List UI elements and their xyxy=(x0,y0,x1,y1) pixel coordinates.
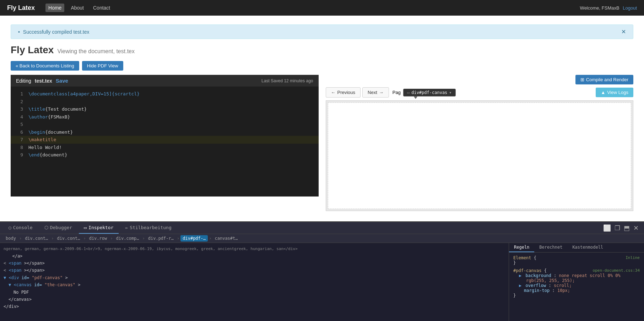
devtools-style-panel: Regeln Berechnet Kastenmodell Element { … xyxy=(509,243,644,321)
code-line-5: 5 xyxy=(11,121,319,128)
previous-page-button[interactable]: ← ← Previous Previous xyxy=(326,87,361,98)
alert-banner: • Successfully compiled test.tex ✕ xyxy=(11,24,633,39)
css-prop-margin-top: margin-top : 10px; xyxy=(513,288,640,293)
css-rule-pdf-canvas: #pdf-canvas { open-document.css:34 ▶ bac… xyxy=(513,268,640,298)
alert-close-button[interactable]: ✕ xyxy=(621,28,626,35)
breadcrumb-body[interactable]: body xyxy=(4,235,18,242)
html-line-4: < <span ></span> xyxy=(4,267,505,274)
code-line-2: 2 xyxy=(11,98,319,106)
debugger-icon: ⬡ xyxy=(44,225,48,230)
compile-render-button[interactable]: ⊞ ⊞ Compile and Render Compile and Rende… xyxy=(575,75,633,84)
debugger-label: Debugger xyxy=(50,225,72,230)
editor-filename: test.tex xyxy=(35,78,52,84)
devtools-html-panel: ngerman, german, german-x-2009-06-1<br/>… xyxy=(0,243,509,321)
styles-icon: ✏ xyxy=(125,225,128,230)
console-label: Console xyxy=(13,225,33,230)
navbar-brand[interactable]: Fly Latex xyxy=(7,4,35,12)
html-line-3: < <span ></span> xyxy=(4,260,505,267)
inspector-label: Inspektor xyxy=(88,225,113,230)
alert-message: • Successfully compiled test.tex xyxy=(18,29,90,35)
styles-label: Stilbearbeitung xyxy=(130,225,171,230)
logs-icon: ▲ xyxy=(601,90,605,95)
alert-text: Successfully compiled test.tex xyxy=(23,29,90,35)
main-content: • Successfully compiled test.tex ✕ Fly L… xyxy=(0,16,644,221)
welcome-text: Welcome, xyxy=(580,5,602,11)
compile-btn-area: ⊞ ⊞ Compile and Render Compile and Rende… xyxy=(326,75,634,84)
page-subtitle: Viewing the document, test.tex xyxy=(57,48,135,55)
breadcrumb-div-pdf-r[interactable]: div.pdf-r… xyxy=(146,235,176,242)
css-prop-overflow: ▶ overflow : scroll; xyxy=(513,283,640,288)
navbar-nav: Home About Contact xyxy=(45,4,580,12)
editor-column: Editing test.tex Save Last Saved 12 minu… xyxy=(11,75,319,211)
page-heading: Fly Latex Viewing the document, test.tex xyxy=(11,44,633,56)
devtools-panel: ○ Console ⬡ Debugger ▭ Inspektor ✏ Stilb… xyxy=(0,221,644,321)
hide-pdf-button[interactable]: Hide PDF View xyxy=(82,61,123,71)
code-line-6: 6 \begin{document} xyxy=(11,128,319,136)
html-line-5: ▼ <div id= "pdf-canvas" > xyxy=(4,274,505,281)
devtools-undock-button[interactable]: ❐ xyxy=(615,224,620,232)
nav-link-contact[interactable]: Contact xyxy=(90,4,113,12)
devtools-tabs: ○ Console ⬡ Debugger ▭ Inspektor ✏ Stilb… xyxy=(0,222,644,234)
navbar-right: Welcome, FSMaxB Logout xyxy=(580,5,637,11)
code-line-7: 7 \maketitle xyxy=(11,136,319,144)
html-line-6: ▼ <canvas id= "the-canvas" > xyxy=(4,281,505,288)
breadcrumb-bar: body › div.cont… › div.cont… › div.row ›… xyxy=(0,234,644,243)
pdf-canvas xyxy=(328,103,632,209)
nav-link-home[interactable]: Home xyxy=(45,4,64,12)
html-line-7: No PDF xyxy=(4,289,505,296)
save-link[interactable]: Save xyxy=(56,78,68,84)
devtools-close-button[interactable]: ⬜ xyxy=(603,224,611,232)
arrow-left-icon: ← xyxy=(331,90,336,95)
html-line-2: </a> xyxy=(4,253,505,260)
navbar-username: FSMaxB xyxy=(602,5,619,11)
style-panel-content: Element { Inline } #pdf-canvas { open-do… xyxy=(509,253,644,321)
compile-icon: ⊞ xyxy=(580,77,584,82)
breadcrumb-div-comp[interactable]: div.comp… xyxy=(114,235,141,242)
devtools-tab-console[interactable]: ○ Console xyxy=(4,222,38,234)
pdf-column: ⊞ ⊞ Compile and Render Compile and Rende… xyxy=(326,75,634,211)
tooltip-caret: ▾ xyxy=(449,90,451,95)
nav-link-about[interactable]: About xyxy=(68,4,87,12)
view-logs-button[interactable]: ▲ View Logs xyxy=(596,88,633,97)
navbar: Fly Latex Home About Contact Welcome, FS… xyxy=(0,0,644,16)
code-line-4: 4 \author{FSMaxB} xyxy=(11,113,319,121)
top-button-row: « Back to Documents Listing Hide PDF Vie… xyxy=(11,61,633,71)
style-tab-kastenmodell[interactable]: Kastenmodell xyxy=(567,243,608,252)
devtools-tab-inspector[interactable]: ▭ Inspektor xyxy=(79,222,118,234)
next-page-button[interactable]: Next → xyxy=(362,87,389,98)
style-tab-berechnet[interactable]: Berechnet xyxy=(534,243,567,252)
inspector-icon: ▭ xyxy=(84,225,87,230)
devtools-tab-styles[interactable]: ✏ Stilbearbeitung xyxy=(120,222,177,234)
arrow-right-icon: → xyxy=(379,90,384,95)
tooltip-text: div#pdf-canvas xyxy=(411,90,447,95)
css-rule-element: Element { Inline } xyxy=(513,255,640,265)
back-to-listing-button[interactable]: « Back to Documents Listing xyxy=(11,61,79,71)
style-panel-tabs: Regeln Berechnet Kastenmodell xyxy=(509,243,644,253)
code-line-9: 9 \end{document} xyxy=(11,151,319,159)
style-tab-regeln[interactable]: Regeln xyxy=(509,243,534,252)
html-line-1: ngerman, german, german-x-2009-06-1<br/>… xyxy=(4,246,505,253)
two-col-layout: Editing test.tex Save Last Saved 12 minu… xyxy=(11,75,633,211)
page-text: Pag xyxy=(391,90,401,95)
tooltip-icon: ▭ xyxy=(407,90,410,95)
page-title: Fly Latex xyxy=(11,44,54,56)
editing-prefix: Editing xyxy=(16,78,31,84)
html-line-9: </div> xyxy=(4,303,505,310)
code-line-1: 1 \documentclass[a4paper,DIV=15]{scrartc… xyxy=(11,90,319,98)
breadcrumb-div-cont2[interactable]: div.cont… xyxy=(55,235,82,242)
breadcrumb-div-cont1[interactable]: div.cont… xyxy=(23,235,50,242)
breadcrumb-div-row[interactable]: div.row xyxy=(87,235,109,242)
pdf-canvas-area xyxy=(326,100,634,211)
devtools-x-button[interactable]: ✕ xyxy=(633,224,639,232)
element-tooltip: ▭ div#pdf-canvas ▾ xyxy=(403,89,456,96)
code-editor[interactable]: 1 \documentclass[a4paper,DIV=15]{scrartc… xyxy=(11,87,319,197)
alert-bullet: • xyxy=(18,29,20,35)
pdf-nav-row: ← ← Previous Previous Next → Pag ▭ div#p… xyxy=(326,87,634,98)
devtools-dock-button[interactable]: ⬒ xyxy=(624,224,630,232)
editor-header: Editing test.tex Save Last Saved 12 minu… xyxy=(11,75,319,87)
breadcrumb-div-pdf-canvas[interactable]: div#pdf-… xyxy=(180,235,208,242)
css-prop-background: ▶ background : none repeat scroll 0% 0% … xyxy=(513,273,640,283)
devtools-tab-debugger[interactable]: ⬡ Debugger xyxy=(39,222,77,234)
breadcrumb-canvas[interactable]: canvas#t… xyxy=(213,235,240,242)
logout-link[interactable]: Logout xyxy=(623,5,637,11)
